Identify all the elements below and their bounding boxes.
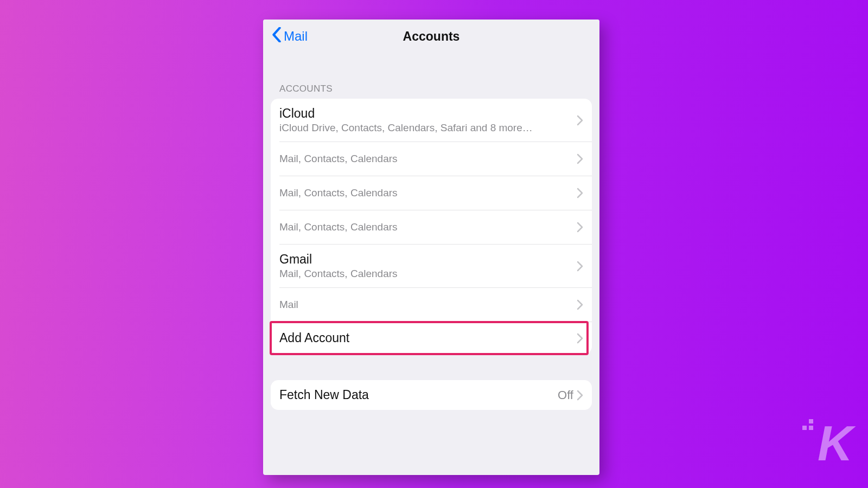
navbar: Mail Accounts (263, 20, 599, 53)
chevron-left-icon (272, 27, 282, 46)
chevron-right-icon (577, 153, 583, 164)
chevron-right-icon (577, 188, 583, 198)
fetch-label: Fetch New Data (279, 388, 558, 402)
back-button[interactable]: Mail (272, 20, 308, 53)
account-row[interactable]: Mail, Contacts, Calendars (271, 142, 592, 176)
page-title: Accounts (403, 29, 460, 44)
account-row-gmail[interactable]: Gmail Mail, Contacts, Calendars (271, 245, 592, 287)
account-title: iCloud (279, 106, 577, 121)
account-subtitle: Mail, Contacts, Calendars (279, 268, 577, 280)
account-row[interactable]: Mail, Contacts, Calendars (271, 210, 592, 244)
account-subtitle: Mail, Contacts, Calendars (279, 218, 577, 236)
fetch-value: Off (558, 388, 577, 402)
back-label: Mail (284, 29, 308, 44)
chevron-right-icon (577, 333, 583, 344)
account-title: Gmail (279, 252, 577, 267)
fetch-new-data-row[interactable]: Fetch New Data Off (271, 380, 592, 410)
chevron-right-icon (577, 261, 583, 272)
watermark-logo: K (818, 416, 852, 472)
fetch-group: Fetch New Data Off (271, 380, 592, 410)
account-row[interactable]: Mail, Contacts, Calendars (271, 176, 592, 210)
chevron-right-icon (577, 390, 583, 401)
account-subtitle: Mail, Contacts, Calendars (279, 184, 577, 202)
chevron-right-icon (577, 299, 583, 310)
add-account-row[interactable]: Add Account (271, 322, 592, 354)
chevron-right-icon (577, 222, 583, 233)
settings-screen: Mail Accounts ACCOUNTS iCloud iCloud Dri… (263, 20, 599, 475)
account-subtitle: Mail (279, 296, 577, 314)
account-row[interactable]: Mail (271, 288, 592, 322)
watermark-text: K (818, 416, 852, 471)
add-account-label: Add Account (279, 331, 577, 345)
account-row-icloud[interactable]: iCloud iCloud Drive, Contacts, Calendars… (271, 99, 592, 142)
chevron-right-icon (577, 115, 583, 126)
account-subtitle: iCloud Drive, Contacts, Calendars, Safar… (279, 122, 577, 134)
section-header-accounts: ACCOUNTS (263, 53, 599, 99)
accounts-group: iCloud iCloud Drive, Contacts, Calendars… (271, 99, 592, 354)
account-subtitle: Mail, Contacts, Calendars (279, 150, 577, 168)
